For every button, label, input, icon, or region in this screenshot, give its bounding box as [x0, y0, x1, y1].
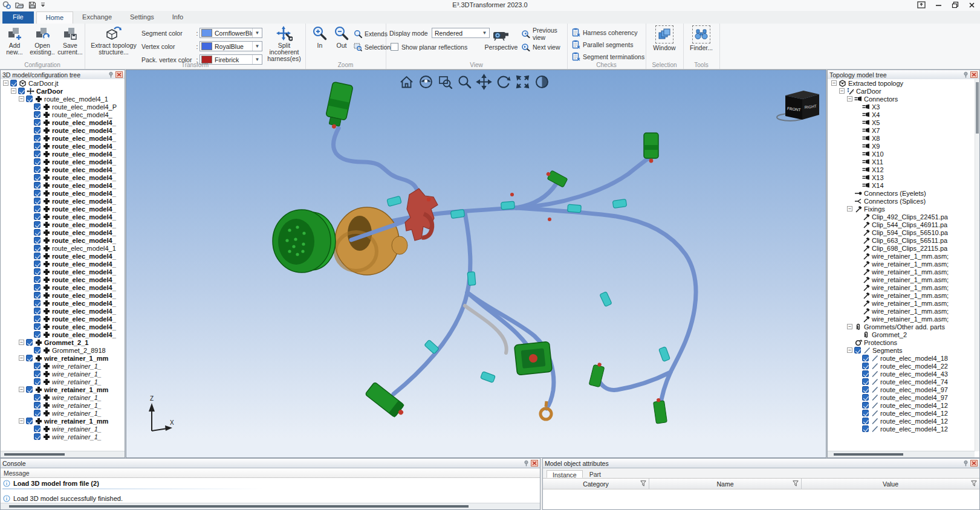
tree-item[interactable]: wire_retainer_1_: [1, 433, 125, 441]
expander-icon[interactable]: −: [19, 96, 24, 102]
tree-item[interactable]: route_elec_model4_: [1, 173, 125, 181]
tree-item[interactable]: route_elec_model4_: [1, 205, 125, 213]
tree-item[interactable]: route_elec_model4_: [1, 276, 125, 283]
checkbox[interactable]: [34, 402, 41, 408]
home-view-icon[interactable]: [398, 74, 415, 90]
tree-item[interactable]: Clip_663_Clips_56511.pa: [828, 236, 975, 244]
column-name[interactable]: Name: [649, 479, 802, 489]
tree-item[interactable]: route_elec_model4_: [1, 118, 125, 126]
checkbox[interactable]: [34, 363, 41, 369]
expander-icon[interactable]: −: [847, 324, 852, 329]
tree-item[interactable]: wire_retainer_1_mm.asm;: [828, 268, 975, 276]
checkbox[interactable]: [26, 339, 33, 346]
tree-item[interactable]: route_elec_model4_22: [828, 362, 975, 370]
checkbox[interactable]: [862, 394, 869, 401]
segment-color-select[interactable]: CornflowerBlue ▼: [200, 28, 262, 38]
display-mode-select[interactable]: Rendered ▼: [432, 28, 490, 38]
console-message-row[interactable]: Load 3D model from file (2): [1, 478, 540, 488]
checkbox[interactable]: [34, 410, 41, 416]
checkbox[interactable]: [34, 300, 41, 306]
checkbox[interactable]: [18, 88, 25, 94]
checkbox[interactable]: [34, 166, 41, 173]
tree-item[interactable]: route_elec_model4_: [1, 221, 125, 228]
expander-icon[interactable]: −: [19, 418, 24, 424]
vertex-color-select[interactable]: RoyalBlue ▼: [200, 41, 262, 51]
zoom-window-icon[interactable]: [437, 74, 453, 90]
tree-item[interactable]: −Fixings: [828, 205, 975, 213]
tree-item[interactable]: route_elec_model4_: [1, 150, 125, 158]
expander-icon[interactable]: −: [847, 347, 852, 353]
right-tree-vscrollbar[interactable]: [975, 79, 979, 451]
split-incoherent-button[interactable]: Split incoherent harness(es): [265, 25, 303, 62]
checkbox[interactable]: [34, 111, 41, 118]
checkbox[interactable]: [34, 276, 41, 283]
tree-item[interactable]: X3: [828, 103, 975, 111]
pin-icon[interactable]: [962, 460, 969, 466]
checkbox[interactable]: [34, 182, 41, 189]
ribbon-toggle-icon[interactable]: [917, 1, 926, 8]
checkbox[interactable]: [34, 268, 41, 275]
tree-item[interactable]: wire_retainer_1_: [1, 370, 125, 378]
tab-info[interactable]: Info: [163, 11, 192, 24]
tree-item[interactable]: route_elec_model4_: [1, 228, 125, 236]
fit-all-icon[interactable]: [514, 74, 531, 90]
checkbox[interactable]: [34, 284, 41, 291]
view-orientation-icon[interactable]: [418, 74, 434, 90]
expander-icon[interactable]: −: [847, 96, 852, 102]
tab-settings[interactable]: Settings: [121, 11, 163, 24]
tree-item[interactable]: Clip_594_Clips_56510.pa: [828, 228, 975, 236]
tab-part[interactable]: Part: [584, 470, 606, 478]
expander-icon[interactable]: −: [19, 340, 24, 345]
tree-item[interactable]: X7: [828, 126, 975, 134]
tree-item[interactable]: X14: [828, 181, 975, 189]
expander-icon[interactable]: −: [19, 387, 24, 392]
tree-item[interactable]: Clip_544_Clips_46911.pa: [828, 221, 975, 228]
minimize-icon[interactable]: [935, 2, 942, 8]
column-value[interactable]: Value: [802, 479, 979, 489]
checkbox[interactable]: [862, 370, 869, 377]
checkbox[interactable]: [34, 315, 41, 322]
checkbox[interactable]: [34, 127, 41, 134]
tree-item[interactable]: wire_retainer_1_mm.asm;: [828, 307, 975, 315]
expander-icon[interactable]: −: [3, 80, 8, 86]
checkbox[interactable]: [34, 213, 41, 220]
tree-item[interactable]: −wire_retainer_1_mm: [1, 386, 125, 393]
checkbox[interactable]: [862, 363, 869, 369]
tree-item[interactable]: wire_retainer_1_mm.asm;: [828, 252, 975, 260]
tree-item[interactable]: X10: [828, 150, 975, 158]
tree-item[interactable]: −CarDoor: [828, 87, 975, 95]
checkbox[interactable]: [862, 402, 869, 408]
checkbox[interactable]: [34, 150, 41, 157]
checkbox[interactable]: [34, 103, 41, 110]
tree-item[interactable]: wire_retainer_1_: [1, 425, 125, 433]
tree-item[interactable]: route_elec_model4_: [1, 291, 125, 299]
checkbox[interactable]: [862, 418, 869, 424]
checkbox[interactable]: [854, 347, 861, 353]
tree-item[interactable]: route_elec_model4_12: [828, 417, 975, 425]
tree-item[interactable]: route_elec_model4_: [1, 331, 125, 338]
tree-item[interactable]: route_elec_model4_43: [828, 370, 975, 378]
tree-item[interactable]: route_elec_model4_: [1, 213, 125, 221]
checkbox[interactable]: [34, 119, 41, 126]
pan-icon[interactable]: [476, 74, 492, 90]
planar-reflections-box[interactable]: [391, 43, 398, 51]
left-tree-hscrollbar[interactable]: [1, 451, 125, 457]
checkbox[interactable]: [34, 237, 41, 244]
checkbox[interactable]: [34, 198, 41, 204]
tree-item[interactable]: route_elec_model4_: [1, 166, 125, 173]
tree-item[interactable]: X8: [828, 134, 975, 142]
view-cube[interactable]: FRONT RIGHT: [772, 86, 826, 123]
checkbox[interactable]: [862, 386, 869, 393]
tree-item[interactable]: Grommet_2: [828, 331, 975, 338]
tab-home[interactable]: Home: [36, 11, 73, 24]
tree-item[interactable]: X13: [828, 173, 975, 181]
tree-item[interactable]: route_elec_model4_: [1, 236, 125, 244]
harness-coherency-button[interactable]: Harness coherency: [572, 27, 637, 37]
rotate-icon[interactable]: [495, 74, 511, 90]
close-panel-icon[interactable]: [970, 71, 978, 78]
checkbox[interactable]: [34, 253, 41, 259]
close-window-icon[interactable]: [969, 2, 975, 8]
tree-item[interactable]: route_elec_model4_18: [828, 354, 975, 362]
finder-button[interactable]: Finder...: [685, 25, 718, 51]
checkbox[interactable]: [34, 135, 41, 141]
